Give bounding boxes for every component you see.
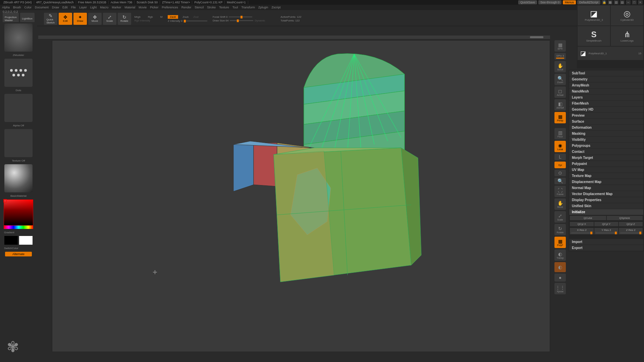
morphtarget-section[interactable]: Morph Target bbox=[569, 155, 643, 161]
rotate-view-button[interactable]: ↻Rotate bbox=[554, 224, 566, 235]
layers-section[interactable]: Layers bbox=[569, 95, 643, 100]
masking-section[interactable]: Masking bbox=[569, 131, 643, 136]
primary-color[interactable] bbox=[19, 236, 33, 245]
solo-button[interactable]: ● bbox=[554, 274, 566, 282]
menu-preferences[interactable]: Preferences bbox=[162, 6, 178, 9]
qcylx-button[interactable]: QCyl X bbox=[570, 222, 594, 226]
rotate-mode-button[interactable]: ↻Rotate bbox=[118, 13, 131, 25]
subtool-section[interactable]: SubTool bbox=[569, 70, 643, 76]
menu-picker[interactable]: Picker bbox=[150, 6, 158, 9]
vectordispmap-section[interactable]: Vector Displacement Map bbox=[569, 191, 643, 197]
tool-polymesh3d-1[interactable]: ◪PolyMesh3D_115 bbox=[578, 47, 643, 60]
persp-button[interactable]: ▦Persp bbox=[554, 112, 566, 123]
gradient-label[interactable]: Gradient bbox=[4, 231, 14, 234]
menu-zscript[interactable]: Zscript bbox=[272, 6, 281, 9]
z-intensity-track[interactable] bbox=[184, 20, 207, 21]
qcylz-button[interactable]: QCyl Z bbox=[619, 222, 643, 226]
geometry-section[interactable]: Geometry bbox=[569, 76, 643, 82]
contact-section[interactable]: Contact bbox=[569, 149, 643, 155]
edit-mode-button[interactable]: ✥Edit bbox=[59, 13, 72, 25]
scale-view-button[interactable]: ⤢Scale bbox=[554, 211, 566, 223]
xres-slider[interactable]: X Res 2 bbox=[570, 228, 594, 234]
menu-transform[interactable]: Transform bbox=[241, 6, 255, 9]
menu-material[interactable]: Material bbox=[124, 6, 135, 9]
menu-layer[interactable]: Layer bbox=[79, 6, 87, 9]
quicksave-button[interactable]: QuickSave bbox=[518, 0, 537, 4]
floor-button[interactable]: ▥Floor bbox=[554, 128, 566, 139]
transp-button[interactable]: ◐Transp bbox=[554, 249, 566, 261]
move-view-button[interactable]: ✋Move bbox=[554, 198, 566, 210]
menu-macro[interactable]: Macro bbox=[100, 6, 108, 9]
qcyly-button[interactable]: QCyl Y bbox=[594, 222, 618, 226]
nanomesh-section[interactable]: NanoMesh bbox=[569, 88, 643, 94]
unifiedskin-section[interactable]: Unified Skin bbox=[569, 203, 643, 209]
menu-tool[interactable]: Tool bbox=[232, 6, 238, 9]
mrgb-button[interactable]: Mrgb bbox=[135, 15, 141, 18]
alpha-tile[interactable] bbox=[4, 94, 33, 122]
quick-sketch-button[interactable]: ✎Quick Sketch bbox=[44, 13, 57, 25]
initialize-section[interactable]: Initialize bbox=[569, 209, 643, 215]
xpose-button[interactable]: ⋮⋮Xpose bbox=[554, 283, 566, 294]
brush-tile[interactable] bbox=[4, 23, 33, 52]
menu-movie[interactable]: Movie bbox=[139, 6, 147, 9]
window-3-icon[interactable]: ▥ bbox=[614, 0, 619, 4]
zadd-button[interactable]: Zadd bbox=[168, 15, 178, 19]
window-hide-icon[interactable]: ▦ bbox=[608, 0, 612, 4]
ghost-button[interactable]: ◐ bbox=[554, 262, 566, 272]
bpr-button[interactable]: ▦BPR bbox=[554, 40, 566, 52]
spix-slider[interactable]: SPix 3 bbox=[554, 53, 566, 60]
scale-mode-button[interactable]: ⤢Scale bbox=[103, 13, 116, 25]
menu-brush[interactable]: Brush bbox=[13, 6, 21, 9]
zoom-button[interactable]: 🔍Zoom bbox=[554, 74, 566, 85]
lock-button[interactable]: L bbox=[554, 154, 566, 160]
z-intensity-slider[interactable]: Z Intensity 0 bbox=[168, 19, 182, 22]
aahalf-button[interactable]: ◧AAHalf bbox=[554, 99, 566, 111]
texturemap-section[interactable]: Texture Map bbox=[569, 173, 643, 179]
see-through-slider[interactable]: See-through 0 bbox=[538, 0, 561, 4]
default-zscript[interactable]: DefaultZScript bbox=[577, 0, 600, 4]
fibermesh-section[interactable]: FiberMesh bbox=[569, 101, 643, 106]
export-button[interactable]: Export bbox=[569, 245, 643, 251]
menu-marker[interactable]: Marker bbox=[112, 6, 121, 9]
tool-cylinder3d[interactable]: ◎Cylinder3D bbox=[611, 5, 643, 25]
polypaint-section[interactable]: Polypaint bbox=[569, 161, 643, 167]
m-button[interactable]: M bbox=[160, 15, 163, 18]
color-picker[interactable] bbox=[4, 199, 33, 229]
texture-tile[interactable] bbox=[4, 129, 33, 157]
window-4-icon[interactable]: ▤ bbox=[620, 0, 625, 4]
menu-edit[interactable]: Edit bbox=[62, 6, 68, 9]
import-button[interactable]: Import bbox=[569, 239, 643, 245]
menu-texture[interactable]: Texture bbox=[219, 6, 229, 9]
tool-simplebrush[interactable]: SSimpleBrush bbox=[578, 26, 610, 46]
draw-size-slider[interactable]: Draw Size 64 bbox=[213, 19, 229, 22]
viewport-canvas[interactable] bbox=[52, 40, 550, 352]
menu-draw[interactable]: Draw bbox=[52, 6, 59, 9]
zoom-extents-button[interactable]: 🔍 bbox=[554, 178, 566, 184]
draw-mode-button[interactable]: ✦Draw bbox=[73, 13, 87, 25]
menu-zplugin[interactable]: Zplugin bbox=[258, 6, 268, 9]
menu-file[interactable]: File bbox=[71, 6, 76, 9]
menus-toggle[interactable]: Menus bbox=[563, 0, 576, 4]
menu-document[interactable]: Document bbox=[35, 6, 49, 9]
deformation-section[interactable]: Deformation bbox=[569, 125, 643, 130]
menu-stencil[interactable]: Stencil bbox=[195, 6, 204, 9]
center-button[interactable]: ⊙ bbox=[554, 170, 566, 176]
material-tile[interactable] bbox=[4, 164, 33, 192]
yres-slider[interactable]: Y Res 2 bbox=[594, 228, 618, 234]
qsphere-button[interactable]: QSphere bbox=[607, 216, 643, 220]
polyf-button[interactable]: ▦PolyF bbox=[554, 237, 566, 248]
focal-shift-slider[interactable]: Focal Shift 0 bbox=[213, 15, 227, 18]
draw-size-track[interactable] bbox=[230, 20, 253, 21]
hue-strip[interactable] bbox=[4, 226, 33, 229]
qcube-button[interactable]: QCube bbox=[570, 216, 606, 220]
preview-section[interactable]: Preview bbox=[569, 113, 643, 118]
minimize-button[interactable]: – bbox=[626, 0, 631, 4]
surface-section[interactable]: Surface bbox=[569, 119, 643, 124]
menu-color[interactable]: Color bbox=[24, 6, 32, 9]
arraymesh-section[interactable]: ArrayMesh bbox=[569, 82, 643, 88]
displacementmap-section[interactable]: Displacement Map bbox=[569, 179, 643, 185]
secondary-color[interactable] bbox=[4, 236, 18, 245]
rgb-button[interactable]: Rgb bbox=[148, 15, 153, 18]
stroke-tile[interactable] bbox=[4, 59, 33, 87]
move-mode-button[interactable]: ✥Move bbox=[88, 13, 102, 25]
